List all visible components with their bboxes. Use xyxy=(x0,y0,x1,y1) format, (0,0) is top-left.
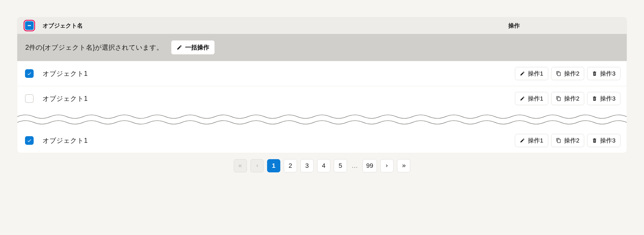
page-last-button[interactable] xyxy=(397,159,410,172)
check-icon xyxy=(27,71,32,76)
row-name: オブジェクト1 xyxy=(43,69,507,78)
check-icon xyxy=(27,138,32,143)
row-action-2-button[interactable]: 操作2 xyxy=(551,92,584,105)
row-action-1-button[interactable]: 操作1 xyxy=(515,92,548,105)
row-name: オブジェクト1 xyxy=(43,94,507,103)
data-table: オブジェクト名 操作 2件の{オブジェクト名}が選択されています。 一括操作 xyxy=(17,17,627,153)
row-action-3-label: 操作3 xyxy=(600,70,616,78)
trash-icon xyxy=(592,71,597,76)
copy-icon xyxy=(556,71,561,76)
bulk-action-button[interactable]: 一括操作 xyxy=(171,40,215,55)
table-row: オブジェクト1 操作1 操作2 操作3 xyxy=(17,128,627,153)
row-action-1-label: 操作1 xyxy=(528,136,543,145)
page-next-button[interactable] xyxy=(380,159,394,172)
row-action-3-button[interactable]: 操作3 xyxy=(587,67,620,80)
pencil-icon xyxy=(520,71,525,76)
page-ellipsis: … xyxy=(350,162,359,169)
chevron-double-left-icon xyxy=(238,163,243,168)
page-button[interactable]: 3 xyxy=(300,159,314,172)
row-action-3-button[interactable]: 操作3 xyxy=(587,134,620,147)
row-name: オブジェクト1 xyxy=(43,136,507,145)
row-action-2-button[interactable]: 操作2 xyxy=(551,67,584,80)
pencil-icon xyxy=(520,138,525,143)
row-action-3-label: 操作3 xyxy=(600,136,616,145)
pencil-icon xyxy=(177,45,182,50)
selection-text: 2件の{オブジェクト名}が選択されています。 xyxy=(25,43,163,52)
row-action-1-button[interactable]: 操作1 xyxy=(515,67,548,80)
page-button[interactable]: 2 xyxy=(284,159,297,172)
table-header: オブジェクト名 操作 xyxy=(17,17,627,34)
page-first-button[interactable] xyxy=(234,159,247,172)
chevron-right-icon xyxy=(384,163,390,168)
page-button[interactable]: 1 xyxy=(267,159,280,172)
row-action-1-label: 操作1 xyxy=(528,95,543,103)
indeterminate-icon xyxy=(27,23,32,28)
column-header-name: オブジェクト名 xyxy=(43,22,501,30)
row-action-2-button[interactable]: 操作2 xyxy=(551,134,584,147)
row-checkbox[interactable] xyxy=(25,94,34,103)
row-checkbox[interactable] xyxy=(25,69,34,78)
page-button[interactable]: 4 xyxy=(317,159,330,172)
column-header-ops: 操作 xyxy=(508,22,620,30)
copy-icon xyxy=(556,96,561,101)
page-button-last[interactable]: 99 xyxy=(363,159,377,172)
select-all-checkbox[interactable] xyxy=(25,21,34,30)
row-action-1-label: 操作1 xyxy=(528,70,543,78)
row-action-2-label: 操作2 xyxy=(564,70,580,78)
row-action-3-label: 操作3 xyxy=(600,95,616,103)
row-action-3-button[interactable]: 操作3 xyxy=(587,92,620,105)
trash-icon xyxy=(592,96,597,101)
trash-icon xyxy=(592,138,597,143)
pencil-icon xyxy=(520,96,525,101)
table-row: オブジェクト1 操作1 操作2 操作3 xyxy=(17,86,627,111)
page-button[interactable]: 5 xyxy=(334,159,347,172)
chevron-double-right-icon xyxy=(401,163,406,168)
pagination: 1 2 3 4 5 … 99 xyxy=(17,153,627,172)
page-prev-button[interactable] xyxy=(250,159,264,172)
row-action-2-label: 操作2 xyxy=(564,95,580,103)
row-gap-indicator xyxy=(17,111,627,128)
selection-bar: 2件の{オブジェクト名}が選択されています。 一括操作 xyxy=(17,34,627,61)
chevron-left-icon xyxy=(254,163,260,168)
table-row: オブジェクト1 操作1 操作2 操作3 xyxy=(17,61,627,86)
svg-rect-0 xyxy=(28,25,31,26)
row-checkbox[interactable] xyxy=(25,136,34,145)
row-action-1-button[interactable]: 操作1 xyxy=(515,134,548,147)
copy-icon xyxy=(556,138,561,143)
row-action-2-label: 操作2 xyxy=(564,136,580,145)
bulk-action-label: 一括操作 xyxy=(185,43,209,51)
